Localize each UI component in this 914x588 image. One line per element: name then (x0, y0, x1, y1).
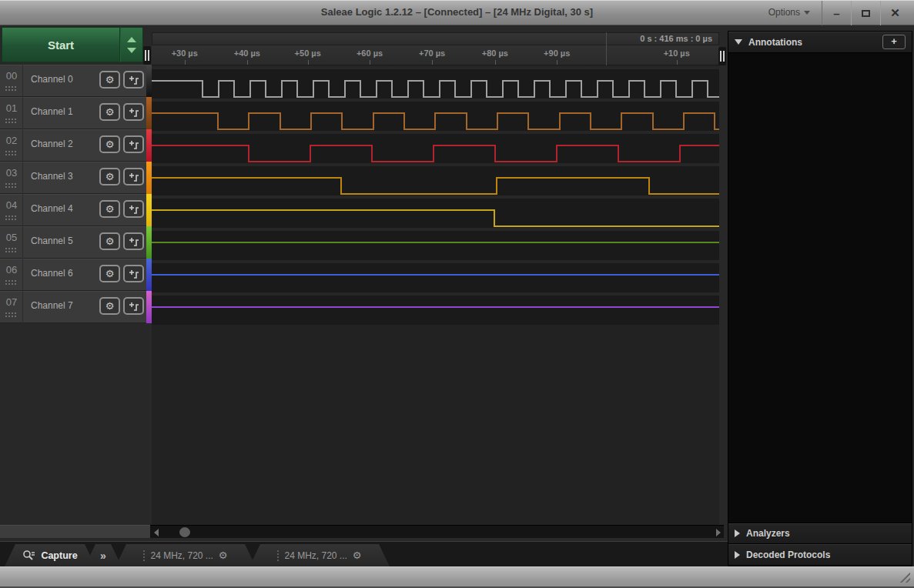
channel-trigger-button[interactable] (123, 135, 144, 153)
channel-trigger-button[interactable] (123, 103, 144, 121)
bottom-tab-bar: Capture » 24 MHz, 720 ...⚙24 MHz, 720 ..… (0, 541, 728, 566)
channel-settings-button[interactable]: ⚙ (99, 297, 120, 315)
timeline-position-bar: 0 s : 416 ms : 0 µs (152, 32, 719, 45)
arrow-down-icon (127, 48, 136, 53)
channel-number-column: 03 (0, 162, 23, 194)
channel-trigger-button[interactable] (123, 265, 144, 282)
channel-color-strip (146, 194, 152, 226)
close-icon: ✕ (890, 6, 900, 20)
time-ruler[interactable]: +30 µs+40 µs+50 µs+60 µs+70 µs+80 µs+90 … (152, 45, 719, 65)
drag-handle-icon[interactable] (5, 151, 16, 155)
drag-handle-icon[interactable] (5, 280, 16, 285)
pan-handle-left[interactable] (143, 46, 151, 65)
channel-label: Channel 5 (31, 236, 73, 246)
annotations-header[interactable]: Annotations + (728, 32, 912, 53)
ruler-tick-label: +70 µs (419, 48, 445, 58)
waveform-rows[interactable] (152, 66, 719, 325)
waveform-trace (152, 166, 719, 199)
channel-list: 00Channel 0⚙01Channel 1⚙02Channel 2⚙03Ch… (0, 65, 152, 323)
maximize-icon (862, 10, 870, 17)
channel-trigger-button[interactable] (123, 200, 144, 218)
tab-drag-handle-icon (143, 550, 145, 561)
pan-handle-right[interactable] (718, 47, 726, 65)
channel-trigger-button[interactable] (123, 168, 144, 185)
scrollbar-thumb[interactable] (179, 527, 190, 537)
scroll-right-arrow-icon[interactable] (716, 529, 721, 536)
trigger-edge-icon (128, 301, 140, 312)
channel-settings-button[interactable]: ⚙ (99, 200, 120, 218)
ruler-tick-mark (495, 60, 496, 65)
horizontal-scrollbar (0, 525, 724, 538)
drag-handle-icon[interactable] (5, 215, 16, 220)
drag-handle-icon[interactable] (5, 86, 16, 91)
waveform-row[interactable] (152, 163, 719, 195)
waveform-row[interactable] (152, 260, 719, 292)
trigger-edge-icon (128, 269, 140, 279)
device-tab[interactable]: 24 MHz, 720 ...⚙ (249, 544, 390, 566)
tab-overflow-button[interactable]: » (85, 544, 122, 566)
waveform-row[interactable] (152, 99, 719, 131)
channel-number-column: 07 (0, 291, 23, 323)
channel-settings-button[interactable]: ⚙ (99, 103, 120, 121)
gear-icon: ⚙ (105, 301, 115, 311)
trigger-edge-icon (128, 236, 140, 247)
channel-settings-button[interactable]: ⚙ (99, 135, 120, 153)
waveform-row[interactable] (152, 131, 719, 163)
waveform-trace (152, 69, 719, 102)
channel-settings-button[interactable]: ⚙ (99, 265, 120, 282)
minimize-button[interactable]: – (822, 1, 851, 25)
waveform-trace (152, 102, 719, 134)
close-button[interactable]: ✕ (880, 1, 909, 25)
start-options-stepper[interactable] (120, 27, 143, 62)
drag-handle-icon[interactable] (5, 312, 16, 317)
ruler-tick-mark (247, 60, 248, 65)
analyzers-header[interactable]: Analyzers (728, 523, 912, 544)
waveform-row[interactable] (152, 228, 719, 260)
ruler-tick-label: +90 µs (544, 48, 570, 58)
capture-tab[interactable]: Capture (5, 544, 95, 566)
resize-grip[interactable] (898, 570, 910, 583)
start-button[interactable]: Start (2, 27, 120, 62)
title-bar: Saleae Logic 1.2.12 – [Connected] – [24 … (0, 0, 914, 25)
drag-handle-icon[interactable] (5, 183, 16, 188)
channel-trigger-button[interactable] (123, 71, 144, 89)
gear-icon: ⚙ (105, 75, 115, 85)
waveform-row[interactable] (152, 292, 719, 325)
decoded-protocols-header[interactable]: Decoded Protocols (728, 544, 912, 566)
device-tab[interactable]: 24 MHz, 720 ...⚙ (116, 544, 256, 566)
channel-settings-button[interactable]: ⚙ (99, 71, 120, 89)
waveform-row[interactable] (152, 195, 719, 228)
maximize-button[interactable] (851, 1, 880, 25)
channel-number: 06 (0, 264, 23, 276)
channel-number: 05 (0, 232, 23, 243)
capture-tab-label: Capture (41, 550, 77, 561)
waveform-trace (152, 263, 719, 296)
channel-color-strip (146, 291, 152, 323)
waveform-trace (152, 199, 719, 231)
gear-icon[interactable]: ⚙ (219, 550, 228, 561)
channel-number: 03 (0, 167, 23, 179)
drag-handle-icon[interactable] (5, 248, 16, 252)
waveform-row[interactable] (152, 66, 719, 99)
tab-drag-handle-icon (277, 550, 279, 561)
trigger-edge-icon (128, 107, 140, 118)
add-annotation-button[interactable]: + (882, 35, 906, 49)
gear-icon[interactable]: ⚙ (353, 550, 362, 561)
scrollbar-track[interactable] (150, 525, 724, 538)
channel-trigger-button[interactable] (123, 297, 144, 315)
device-tab-label: 24 MHz, 720 ... (150, 550, 213, 561)
options-menu-button[interactable]: Options (768, 7, 810, 18)
capture-search-icon (22, 550, 35, 562)
drag-handle-icon[interactable] (5, 119, 16, 123)
channel-label: Channel 6 (31, 268, 73, 279)
annotations-content (728, 53, 912, 523)
channel-row: 00Channel 0⚙ (0, 65, 152, 97)
channel-row: 05Channel 5⚙ (0, 226, 152, 259)
channel-row: 04Channel 4⚙ (0, 194, 152, 226)
channel-row: 06Channel 6⚙ (0, 259, 152, 291)
channel-trigger-button[interactable] (123, 232, 144, 250)
scroll-left-arrow-icon[interactable] (154, 529, 159, 536)
channel-settings-button[interactable]: ⚙ (99, 232, 120, 250)
channel-settings-button[interactable]: ⚙ (99, 168, 120, 185)
annotations-title: Annotations (748, 37, 876, 48)
